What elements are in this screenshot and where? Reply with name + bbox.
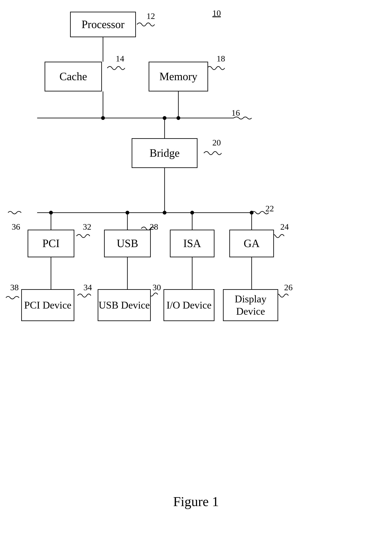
dot-pci-bus22 <box>49 211 53 215</box>
ref-14: 14 <box>116 54 124 64</box>
processor-label: Processor <box>82 18 124 31</box>
pci-device-box: PCI Device <box>21 289 74 321</box>
display-device-box: Display Device <box>223 289 278 321</box>
dot-bridge-bus <box>163 116 167 120</box>
dot-ga-bus22 <box>250 211 254 215</box>
bridge-box: Bridge <box>132 138 197 168</box>
pci-box: PCI <box>28 230 74 257</box>
pci-device-label: PCI Device <box>24 299 72 311</box>
io-device-box: I/O Device <box>163 289 215 321</box>
ref-16: 16 <box>231 108 240 118</box>
diagram: Processor Cache Memory Bridge PCI USB IS… <box>0 0 392 535</box>
dot-isa-bus22 <box>190 211 194 215</box>
ref-38: 38 <box>10 282 19 292</box>
isa-box: ISA <box>170 230 215 257</box>
ref-28: 28 <box>150 222 158 232</box>
display-device-label: Display Device <box>224 293 278 317</box>
figure-label: Figure 1 <box>0 494 392 510</box>
cache-label: Cache <box>60 70 87 83</box>
ref-30: 30 <box>153 282 161 292</box>
dot-usb-bus22 <box>126 211 129 215</box>
ga-label: GA <box>243 237 260 250</box>
dot-cache-bus <box>101 116 105 120</box>
ref-18: 18 <box>217 54 225 64</box>
processor-box: Processor <box>70 12 136 37</box>
memory-box: Memory <box>149 62 208 91</box>
pci-label: PCI <box>42 237 60 250</box>
cache-box: Cache <box>45 62 102 91</box>
ref-32: 32 <box>83 222 91 232</box>
usb-device-label: USB Device <box>98 299 150 311</box>
bridge-label: Bridge <box>149 147 180 160</box>
ga-box: GA <box>229 230 274 257</box>
ref-20: 20 <box>212 138 221 148</box>
ref-34: 34 <box>84 282 92 292</box>
ref-22: 22 <box>266 204 274 214</box>
io-device-label: I/O Device <box>167 299 211 311</box>
ref-10: 10 <box>212 8 221 18</box>
usb-device-box: USB Device <box>98 289 151 321</box>
dot-bridge-bus22 <box>163 211 167 215</box>
isa-label: ISA <box>183 237 201 250</box>
ref-36: 36 <box>12 222 20 232</box>
ref-12: 12 <box>146 11 155 21</box>
ref-26: 26 <box>284 282 293 292</box>
usb-box: USB <box>104 230 151 257</box>
ref-24: 24 <box>280 222 289 232</box>
dot-memory-bus <box>177 116 180 120</box>
memory-label: Memory <box>159 70 197 83</box>
usb-label: USB <box>117 237 138 250</box>
